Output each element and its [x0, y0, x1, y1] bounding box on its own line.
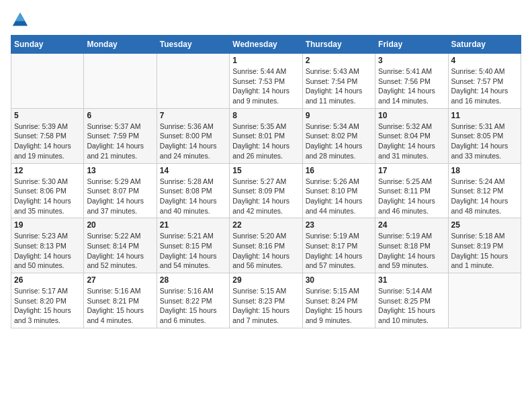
day-number: 29: [232, 275, 299, 285]
day-number: 13: [87, 166, 153, 175]
day-info: Sunrise: 5:40 AM Sunset: 7:57 PM Dayligh…: [451, 66, 518, 106]
day-info: Sunrise: 5:30 AM Sunset: 8:06 PM Dayligh…: [14, 177, 81, 216]
calendar-day-cell: [157, 54, 229, 109]
day-info: Sunrise: 5:37 AM Sunset: 7:59 PM Dayligh…: [87, 122, 153, 161]
calendar-day-cell: 6Sunrise: 5:37 AM Sunset: 7:59 PM Daylig…: [84, 108, 157, 163]
calendar-day-cell: 9Sunrise: 5:34 AM Sunset: 8:02 PM Daylig…: [302, 108, 375, 163]
day-info: Sunrise: 5:29 AM Sunset: 8:07 PM Dayligh…: [87, 177, 153, 216]
day-info: Sunrise: 5:24 AM Sunset: 8:12 PM Dayligh…: [451, 177, 518, 216]
calendar-day-cell: 8Sunrise: 5:35 AM Sunset: 8:01 PM Daylig…: [230, 108, 302, 163]
day-number: 19: [14, 220, 81, 230]
day-info: Sunrise: 5:34 AM Sunset: 8:02 PM Dayligh…: [306, 122, 372, 161]
calendar-day-cell: 25Sunrise: 5:18 AM Sunset: 8:19 PM Dayli…: [448, 218, 521, 273]
day-number: 30: [306, 275, 372, 285]
day-info: Sunrise: 5:26 AM Sunset: 8:10 PM Dayligh…: [306, 177, 372, 216]
calendar-day-cell: 14Sunrise: 5:28 AM Sunset: 8:08 PM Dayli…: [157, 163, 229, 218]
calendar-day-cell: [11, 54, 84, 109]
day-info: Sunrise: 5:44 AM Sunset: 7:53 PM Dayligh…: [232, 66, 299, 106]
day-info: Sunrise: 5:15 AM Sunset: 8:23 PM Dayligh…: [232, 286, 299, 326]
calendar-day-cell: 19Sunrise: 5:23 AM Sunset: 8:13 PM Dayli…: [11, 218, 84, 273]
day-info: Sunrise: 5:15 AM Sunset: 8:24 PM Dayligh…: [306, 286, 372, 326]
calendar-day-cell: 22Sunrise: 5:20 AM Sunset: 8:16 PM Dayli…: [230, 218, 302, 273]
day-number: 21: [160, 220, 226, 230]
day-number: 24: [378, 220, 445, 230]
day-info: Sunrise: 5:31 AM Sunset: 8:05 PM Dayligh…: [451, 122, 518, 161]
day-info: Sunrise: 5:17 AM Sunset: 8:20 PM Dayligh…: [14, 286, 81, 326]
calendar-week-row: 1Sunrise: 5:44 AM Sunset: 7:53 PM Daylig…: [11, 54, 521, 109]
calendar-day-cell: 17Sunrise: 5:25 AM Sunset: 8:11 PM Dayli…: [375, 163, 448, 218]
day-number: 20: [87, 220, 153, 230]
calendar-day-cell: 13Sunrise: 5:29 AM Sunset: 8:07 PM Dayli…: [84, 163, 157, 218]
day-number: 15: [232, 166, 299, 175]
day-info: Sunrise: 5:27 AM Sunset: 8:09 PM Dayligh…: [232, 177, 299, 216]
day-info: Sunrise: 5:28 AM Sunset: 8:08 PM Dayligh…: [160, 177, 226, 216]
day-number: 18: [451, 166, 518, 175]
calendar-week-row: 12Sunrise: 5:30 AM Sunset: 8:06 PM Dayli…: [11, 163, 521, 218]
calendar-day-cell: 24Sunrise: 5:19 AM Sunset: 8:18 PM Dayli…: [375, 218, 448, 273]
day-info: Sunrise: 5:25 AM Sunset: 8:11 PM Dayligh…: [378, 177, 445, 216]
day-number: 26: [14, 275, 81, 285]
day-info: Sunrise: 5:19 AM Sunset: 8:18 PM Dayligh…: [378, 231, 445, 271]
calendar-day-cell: 28Sunrise: 5:16 AM Sunset: 8:22 PM Dayli…: [157, 273, 229, 328]
day-number: 16: [306, 166, 372, 175]
calendar-day-cell: 16Sunrise: 5:26 AM Sunset: 8:10 PM Dayli…: [302, 163, 375, 218]
day-of-week-header: Saturday: [448, 36, 521, 54]
day-number: 8: [232, 111, 299, 120]
day-info: Sunrise: 5:22 AM Sunset: 8:14 PM Dayligh…: [87, 231, 153, 271]
calendar-day-cell: 1Sunrise: 5:44 AM Sunset: 7:53 PM Daylig…: [230, 54, 302, 109]
day-info: Sunrise: 5:36 AM Sunset: 8:00 PM Dayligh…: [160, 122, 226, 161]
day-number: 11: [451, 111, 518, 120]
day-info: Sunrise: 5:35 AM Sunset: 8:01 PM Dayligh…: [232, 122, 299, 161]
day-of-week-header: Tuesday: [157, 36, 229, 54]
day-number: 4: [451, 56, 518, 65]
day-of-week-header: Friday: [375, 36, 448, 54]
calendar-day-cell: 11Sunrise: 5:31 AM Sunset: 8:05 PM Dayli…: [448, 108, 521, 163]
day-of-week-header: Monday: [84, 36, 157, 54]
day-info: Sunrise: 5:20 AM Sunset: 8:16 PM Dayligh…: [232, 231, 299, 271]
day-number: 28: [160, 275, 226, 285]
day-number: 12: [14, 166, 81, 175]
calendar-day-cell: 7Sunrise: 5:36 AM Sunset: 8:00 PM Daylig…: [157, 108, 229, 163]
day-number: 25: [451, 220, 518, 230]
calendar-day-cell: 29Sunrise: 5:15 AM Sunset: 8:23 PM Dayli…: [230, 273, 302, 328]
day-number: 1: [232, 56, 299, 65]
day-info: Sunrise: 5:39 AM Sunset: 7:58 PM Dayligh…: [14, 122, 81, 161]
day-number: 22: [232, 220, 299, 230]
day-of-week-header: Wednesday: [230, 36, 302, 54]
calendar-day-cell: 3Sunrise: 5:41 AM Sunset: 7:56 PM Daylig…: [375, 54, 448, 109]
day-number: 10: [378, 111, 445, 120]
day-number: 5: [14, 111, 81, 120]
day-info: Sunrise: 5:32 AM Sunset: 8:04 PM Dayligh…: [378, 122, 445, 161]
calendar-week-row: 19Sunrise: 5:23 AM Sunset: 8:13 PM Dayli…: [11, 218, 521, 273]
day-number: 17: [378, 166, 445, 175]
calendar-day-cell: 21Sunrise: 5:21 AM Sunset: 8:15 PM Dayli…: [157, 218, 229, 273]
logo: [11, 11, 32, 30]
calendar-day-cell: [84, 54, 157, 109]
day-info: Sunrise: 5:23 AM Sunset: 8:13 PM Dayligh…: [14, 231, 81, 271]
calendar-day-cell: 10Sunrise: 5:32 AM Sunset: 8:04 PM Dayli…: [375, 108, 448, 163]
calendar-week-row: 26Sunrise: 5:17 AM Sunset: 8:20 PM Dayli…: [11, 273, 521, 328]
day-info: Sunrise: 5:43 AM Sunset: 7:54 PM Dayligh…: [306, 66, 372, 106]
calendar-week-row: 5Sunrise: 5:39 AM Sunset: 7:58 PM Daylig…: [11, 108, 521, 163]
day-info: Sunrise: 5:18 AM Sunset: 8:19 PM Dayligh…: [451, 231, 518, 271]
calendar-day-cell: 27Sunrise: 5:16 AM Sunset: 8:21 PM Dayli…: [84, 273, 157, 328]
day-number: 6: [87, 111, 153, 120]
day-number: 3: [378, 56, 445, 65]
day-info: Sunrise: 5:16 AM Sunset: 8:21 PM Dayligh…: [87, 286, 153, 326]
day-info: Sunrise: 5:41 AM Sunset: 7:56 PM Dayligh…: [378, 66, 445, 106]
calendar-day-cell: 30Sunrise: 5:15 AM Sunset: 8:24 PM Dayli…: [302, 273, 375, 328]
calendar-day-cell: 20Sunrise: 5:22 AM Sunset: 8:14 PM Dayli…: [84, 218, 157, 273]
svg-marker-1: [15, 13, 25, 21]
day-number: 7: [160, 111, 226, 120]
calendar-day-cell: 15Sunrise: 5:27 AM Sunset: 8:09 PM Dayli…: [230, 163, 302, 218]
day-of-week-header: Sunday: [11, 36, 84, 54]
calendar-day-cell: 5Sunrise: 5:39 AM Sunset: 7:58 PM Daylig…: [11, 108, 84, 163]
day-info: Sunrise: 5:16 AM Sunset: 8:22 PM Dayligh…: [160, 286, 226, 326]
logo-icon: [11, 11, 30, 30]
day-number: 9: [306, 111, 372, 120]
day-info: Sunrise: 5:19 AM Sunset: 8:17 PM Dayligh…: [306, 231, 372, 271]
page-header: [11, 11, 521, 30]
calendar-day-cell: 4Sunrise: 5:40 AM Sunset: 7:57 PM Daylig…: [448, 54, 521, 109]
calendar-table: SundayMondayTuesdayWednesdayThursdayFrid…: [11, 35, 521, 328]
day-info: Sunrise: 5:14 AM Sunset: 8:25 PM Dayligh…: [378, 286, 445, 326]
